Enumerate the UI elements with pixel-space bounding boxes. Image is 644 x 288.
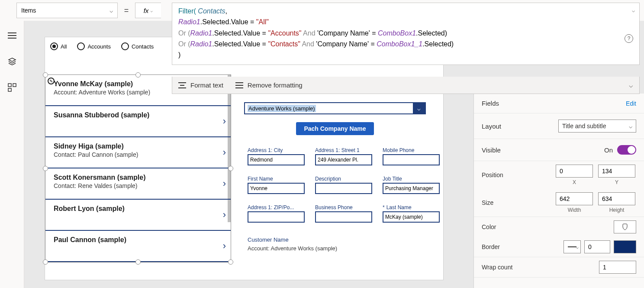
color-picker[interactable] xyxy=(614,220,636,233)
prop-row-size: Size Width Height xyxy=(474,189,644,217)
resize-handle[interactable] xyxy=(43,72,48,78)
chevron-down-icon[interactable]: ⌵ xyxy=(413,103,425,113)
input-mobile-phone[interactable] xyxy=(383,154,440,165)
formula-bar[interactable]: ⌵ ? Filter( Contacts, Radio1.Selected.Va… xyxy=(172,3,640,65)
field-business-phone: Business Phone xyxy=(315,204,372,223)
resize-handle[interactable] xyxy=(43,166,48,171)
resize-handle[interactable] xyxy=(135,72,141,78)
prop-row-wrap: Wrap count xyxy=(474,257,644,278)
input-last-name[interactable]: McKay (sample) xyxy=(383,211,440,223)
visible-toggle[interactable] xyxy=(617,145,636,155)
input-address-city[interactable]: Redmond xyxy=(248,154,305,165)
prop-row-color: Color xyxy=(474,217,644,237)
format-text-icon xyxy=(178,82,186,88)
resize-handle[interactable] xyxy=(228,166,233,171)
input-description[interactable] xyxy=(315,183,372,194)
input-address-street[interactable]: 249 Alexander Pl. xyxy=(315,154,372,165)
chevron-down-icon: ⌵ xyxy=(150,8,153,13)
input-business-phone[interactable] xyxy=(315,211,372,223)
field-job-title: Job TitlePurchasing Manager xyxy=(383,176,440,194)
prop-row-visible: Visible On xyxy=(474,139,644,161)
remove-formatting-icon xyxy=(235,82,243,88)
layout-select[interactable]: Title and subtitle⌵ xyxy=(558,120,636,133)
hamburger-icon[interactable] xyxy=(7,30,17,41)
input-job-title[interactable]: Purchasing Manager xyxy=(383,183,440,194)
border-style-select[interactable]: ⌵ xyxy=(564,240,581,253)
input-zip[interactable] xyxy=(248,211,305,223)
field-description: Description xyxy=(315,176,372,194)
prop-row-border: Border ⌵ xyxy=(474,237,644,257)
radio-option[interactable]: Contacts xyxy=(121,42,154,50)
grid-icon[interactable] xyxy=(7,82,17,93)
field-mobile-phone: Mobile Phone xyxy=(383,147,440,165)
resize-handle[interactable] xyxy=(228,259,233,265)
equals-label: = xyxy=(118,0,135,21)
layers-icon[interactable] xyxy=(7,56,17,67)
customer-name-label: Customer Name xyxy=(248,236,289,243)
formula-format-toolbar: Format text Remove formatting ⌵ xyxy=(172,77,640,94)
resize-handle[interactable] xyxy=(135,259,141,265)
company-combobox[interactable]: Adventure Works (sample) ⌵ xyxy=(244,102,426,114)
remove-formatting-button[interactable]: Remove formatting xyxy=(235,81,303,89)
prop-row-layout: Layout Title and subtitle⌵ xyxy=(474,113,644,139)
border-width-input[interactable] xyxy=(584,240,610,253)
field-last-name: Last NameMcKay (sample) xyxy=(383,204,440,223)
field-zip: Address 1: ZIP/Po... xyxy=(248,204,305,223)
left-nav-rail xyxy=(0,21,24,288)
fx-button[interactable]: fx⌵ xyxy=(135,3,161,18)
properties-panel: Fields Edit Layout Title and subtitle⌵ V… xyxy=(473,94,644,288)
size-height-input[interactable] xyxy=(598,192,635,205)
field-first-name: First NameYvonne xyxy=(248,176,305,194)
selection-outline xyxy=(45,74,231,262)
position-x-input[interactable] xyxy=(556,165,593,178)
radio-group[interactable]: AllAccountsContacts xyxy=(50,42,154,50)
radio-option[interactable]: All xyxy=(50,42,67,50)
field-address-city: Address 1: CityRedmond xyxy=(248,147,305,165)
customer-name-value: Account: Adventure Works (sample) xyxy=(248,245,337,252)
resize-handle[interactable] xyxy=(43,259,48,265)
field-address-street: Address 1: Street 1249 Alexander Pl. xyxy=(315,147,372,165)
patch-company-button[interactable]: Pach Company Name xyxy=(296,122,374,135)
size-width-input[interactable] xyxy=(556,192,593,205)
border-color-picker[interactable] xyxy=(614,240,636,253)
app-screen: AllAccountsContacts ✎Yvonne McKay (sampl… xyxy=(45,37,443,280)
svg-rect-5 xyxy=(13,84,16,87)
edit-fields-link[interactable]: Edit xyxy=(626,100,636,107)
format-text-button[interactable]: Format text xyxy=(178,81,223,89)
wrap-count-input[interactable] xyxy=(599,261,636,274)
chevron-down-icon: ⌵ xyxy=(629,123,632,129)
radio-option[interactable]: Accounts xyxy=(77,42,110,50)
property-selector[interactable]: Items ⌵ xyxy=(16,3,118,18)
prop-row-position: Position X Y xyxy=(474,161,644,189)
svg-rect-4 xyxy=(8,84,11,87)
svg-marker-3 xyxy=(9,58,16,61)
position-y-input[interactable] xyxy=(598,165,635,178)
chevron-down-icon: ⌵ xyxy=(109,7,113,14)
chevron-down-icon[interactable]: ⌵ xyxy=(632,6,635,15)
help-icon[interactable]: ? xyxy=(625,34,633,43)
chevron-down-icon[interactable]: ⌵ xyxy=(629,81,633,89)
svg-rect-6 xyxy=(8,88,11,91)
input-first-name[interactable]: Yvonne xyxy=(248,183,305,194)
prop-row-fields: Fields Edit xyxy=(474,94,644,113)
